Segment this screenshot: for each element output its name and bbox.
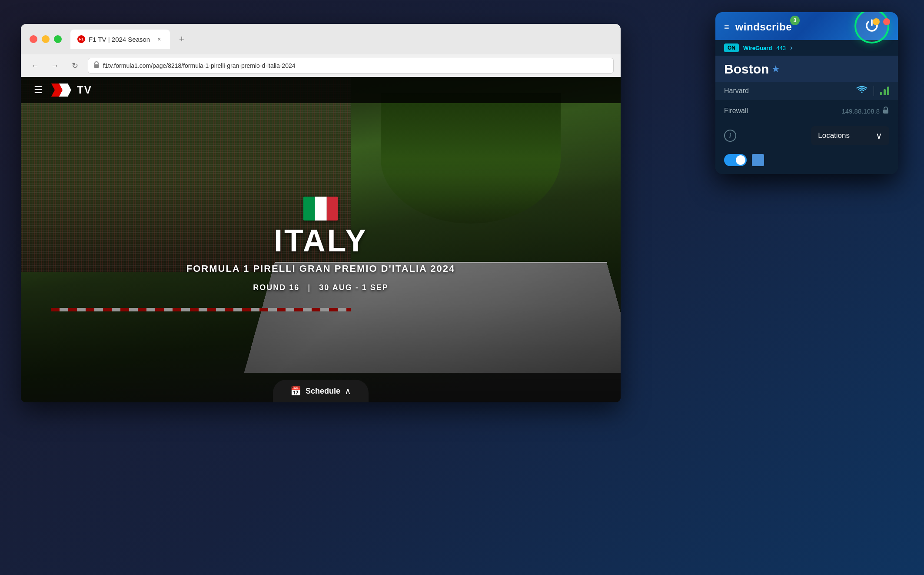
lock-icon bbox=[882, 106, 889, 116]
f1tv-logo: TV bbox=[51, 84, 92, 97]
schedule-label: Schedule bbox=[306, 387, 340, 396]
url-text: f1tv.formula1.com/page/8218/formula-1-pi… bbox=[103, 62, 296, 69]
status-on-badge: ON bbox=[724, 43, 739, 52]
vpn-mode-icon bbox=[752, 154, 764, 166]
browser-window: F1 F1 TV | 2024 Season × + ← → ↻ bbox=[21, 24, 621, 402]
vpn-minimize-button[interactable] bbox=[873, 18, 880, 25]
status-arrow-icon: › bbox=[790, 44, 792, 52]
locations-label: Locations bbox=[818, 131, 850, 140]
f1-chevron-logo bbox=[51, 84, 75, 97]
city-name-container: Boston ★ bbox=[724, 62, 780, 77]
vpn-server-row[interactable]: Harvard bbox=[715, 82, 898, 100]
vpn-firewall-row: Firewall 149.88.108.8 bbox=[715, 100, 898, 122]
svg-rect-0 bbox=[94, 64, 99, 68]
date-separator: | bbox=[308, 283, 314, 292]
vpn-logo-container: windscribe 3 bbox=[735, 21, 800, 33]
maximize-button[interactable] bbox=[54, 35, 62, 43]
vpn-panel: ≡ windscribe 3 ON WireGuard 443 › Boston… bbox=[715, 12, 898, 174]
vpn-header: ≡ windscribe 3 bbox=[715, 12, 898, 40]
new-tab-button[interactable]: + bbox=[175, 33, 188, 46]
status-protocol: WireGuard bbox=[743, 45, 772, 51]
svg-rect-3 bbox=[883, 110, 888, 114]
vpn-power-button[interactable] bbox=[854, 12, 889, 43]
signal-bars-icon bbox=[880, 87, 889, 95]
vpn-window-controls bbox=[873, 18, 890, 25]
firewall-ip: 149.88.108.8 bbox=[841, 107, 880, 115]
wifi-icon bbox=[856, 85, 867, 97]
vpn-toggle-switch[interactable] bbox=[724, 154, 747, 166]
calendar-icon: 📅 bbox=[290, 386, 301, 396]
tab-close-button[interactable]: × bbox=[155, 35, 163, 43]
vpn-info-row: i Locations ∨ bbox=[715, 122, 898, 150]
tab-title: F1 TV | 2024 Season bbox=[89, 36, 150, 43]
schedule-chevron-icon: ∧ bbox=[345, 386, 351, 396]
browser-titlebar: F1 F1 TV | 2024 Season × + bbox=[21, 24, 621, 54]
f1tv-logo-text: TV bbox=[77, 84, 92, 96]
flag-white bbox=[315, 197, 327, 221]
event-dates: ROUND 16 | 30 AUG - 1 SEP bbox=[186, 283, 455, 292]
flag-green bbox=[303, 197, 315, 221]
f1tv-header: ☰ TV bbox=[21, 77, 621, 103]
refresh-button[interactable]: ↻ bbox=[68, 59, 82, 73]
vpn-badge: 3 bbox=[790, 16, 800, 25]
signal-bar-1 bbox=[880, 92, 882, 95]
locations-chevron-icon: ∨ bbox=[876, 130, 882, 141]
browser-toolbar: ← → ↻ f1tv.formula1.com/page/8218/formul… bbox=[21, 54, 621, 77]
signal-divider bbox=[874, 86, 874, 96]
status-port: 443 bbox=[776, 45, 786, 51]
close-button[interactable] bbox=[30, 35, 37, 43]
schedule-bar[interactable]: 📅 Schedule ∧ bbox=[273, 380, 369, 402]
event-subtitle: FORMULA 1 PIRELLI GRAN PREMIO D'ITALIA 2… bbox=[186, 263, 455, 274]
browser-tab[interactable]: F1 F1 TV | 2024 Season × bbox=[70, 30, 170, 49]
f1tv-content: ☰ TV ITALY FORMULA 1 PIRELLI GRAN PREMIO… bbox=[21, 77, 621, 402]
info-icon[interactable]: i bbox=[724, 130, 736, 142]
firewall-ip-container: 149.88.108.8 bbox=[841, 106, 889, 116]
round-label: ROUND 16 bbox=[253, 283, 299, 292]
vpn-menu-icon[interactable]: ≡ bbox=[724, 22, 729, 32]
signal-bar-3 bbox=[887, 87, 889, 95]
address-bar[interactable]: f1tv.formula1.com/page/8218/formula-1-pi… bbox=[88, 58, 614, 74]
flag-red bbox=[326, 197, 338, 221]
vpn-toggle-row bbox=[715, 150, 898, 174]
hamburger-menu-icon[interactable]: ☰ bbox=[34, 84, 43, 96]
event-title: ITALY bbox=[186, 225, 455, 256]
f1tv-main-content: ITALY FORMULA 1 PIRELLI GRAN PREMIO D'IT… bbox=[186, 197, 455, 292]
vpn-close-button[interactable] bbox=[883, 18, 890, 25]
vpn-signal-icons bbox=[856, 85, 889, 97]
back-button[interactable]: ← bbox=[28, 59, 42, 73]
signal-bar-2 bbox=[884, 89, 886, 95]
italy-flag bbox=[303, 197, 338, 221]
firewall-label: Firewall bbox=[724, 107, 748, 115]
vpn-location[interactable]: Boston ★ bbox=[715, 56, 898, 82]
forward-button[interactable]: → bbox=[48, 59, 62, 73]
event-date-range: 30 AUG - 1 SEP bbox=[319, 283, 388, 292]
vpn-logo-text: windscribe bbox=[735, 21, 792, 33]
traffic-lights bbox=[30, 35, 62, 43]
vpn-city-name: Boston bbox=[724, 62, 769, 77]
tab-favicon: F1 bbox=[77, 35, 85, 43]
vpn-server-name: Harvard bbox=[724, 87, 749, 95]
security-icon bbox=[93, 61, 100, 70]
minimize-button[interactable] bbox=[42, 35, 50, 43]
vpn-favorite-star[interactable]: ★ bbox=[771, 64, 780, 75]
toggle-thumb bbox=[736, 155, 745, 165]
locations-dropdown[interactable]: Locations ∨ bbox=[811, 126, 889, 145]
